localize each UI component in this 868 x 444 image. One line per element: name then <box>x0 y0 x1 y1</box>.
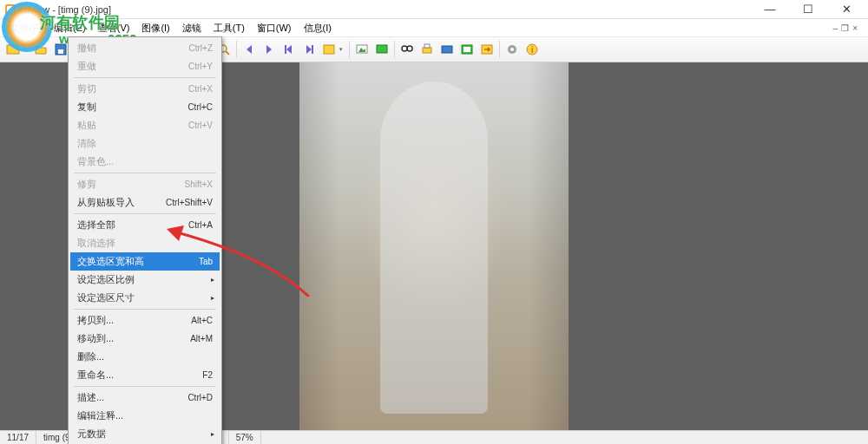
mdi-minimize-button[interactable]: – <box>833 23 838 33</box>
fullscreen-icon[interactable] <box>319 40 339 59</box>
menu-item-label: 拷贝到... <box>77 314 191 327</box>
menu-item-shortcut: Ctrl+V <box>188 121 213 130</box>
menu-item-25[interactable]: 元数据▸ <box>70 425 220 443</box>
svg-rect-32 <box>442 46 452 53</box>
window-title: XnView - [timg (9).jpg] <box>17 4 759 15</box>
menu-item-label: 清除 <box>77 137 213 150</box>
svg-rect-24 <box>312 45 313 54</box>
svg-rect-30 <box>423 48 431 53</box>
about-icon[interactable]: i <box>523 40 542 59</box>
menu-item-0: 撤销Ctrl+Z <box>70 39 220 57</box>
svg-rect-27 <box>377 45 387 53</box>
menu-tools[interactable]: 工具(T) <box>208 20 250 36</box>
menu-item-23[interactable]: 描述...Ctrl+D <box>70 388 220 407</box>
settings-icon[interactable] <box>503 40 522 59</box>
title-bar: XnView - [timg (9).jpg] — ☐ ✕ <box>0 0 868 19</box>
next-icon[interactable] <box>260 40 279 59</box>
mdi-restore-button[interactable]: ❐ <box>841 23 849 33</box>
minimize-button[interactable]: — <box>759 3 781 16</box>
chevron-right-icon: ▸ <box>211 430 214 438</box>
menu-separator <box>74 309 216 310</box>
close-button[interactable]: ✕ <box>835 3 858 16</box>
menu-item-label: 元数据 <box>77 428 213 441</box>
menu-item-shortcut: F2 <box>202 370 213 380</box>
menu-item-label: 选择全部 <box>77 219 188 232</box>
menu-item-9: 修剪Shift+X <box>70 175 220 193</box>
menu-separator <box>74 213 216 214</box>
menu-item-label: 重命名... <box>77 369 202 382</box>
menu-item-7: 背景色... <box>70 153 220 171</box>
first-icon[interactable] <box>279 40 299 59</box>
menu-item-label: 重做 <box>77 60 188 73</box>
menu-item-shortcut: Ctrl+Shift+V <box>166 198 213 207</box>
chevron-right-icon: ▸ <box>211 276 214 284</box>
displayed-image <box>299 62 569 430</box>
svg-point-37 <box>510 48 514 51</box>
menu-item-24[interactable]: 编辑注释... <box>70 407 220 425</box>
menu-item-5: 粘贴Ctrl+V <box>70 116 220 134</box>
menu-item-18[interactable]: 拷贝到...Alt+C <box>70 311 220 330</box>
svg-rect-4 <box>58 49 63 54</box>
menu-item-label: 粘贴 <box>77 119 188 132</box>
menu-item-16[interactable]: 设定选区尺寸▸ <box>70 289 220 307</box>
menu-item-shortcut: Ctrl+X <box>188 84 213 94</box>
menu-item-10[interactable]: 从剪贴板导入Ctrl+Shift+V <box>70 193 220 212</box>
menu-item-label: 撤销 <box>77 42 189 55</box>
fullscreen-dropdown[interactable]: ▾ <box>339 46 346 53</box>
menu-item-6: 清除 <box>70 134 220 153</box>
slideshow-new-icon[interactable] <box>372 40 391 59</box>
menu-item-14[interactable]: 交换选区宽和高Tab <box>70 252 220 271</box>
menu-item-label: 删除... <box>77 350 213 363</box>
menu-item-shortcut: Alt+C <box>191 316 213 325</box>
menu-item-label: 设定选区比例 <box>77 273 213 286</box>
menu-window[interactable]: 窗口(W) <box>252 20 297 36</box>
svg-text:i: i <box>531 45 533 55</box>
menu-item-label: 移动到... <box>77 332 190 345</box>
menu-filter[interactable]: 滤镜 <box>177 20 207 36</box>
menu-item-label: 剪切 <box>77 82 188 95</box>
menu-item-12[interactable]: 选择全部Ctrl+A <box>70 216 220 234</box>
find-icon[interactable] <box>398 40 417 59</box>
menu-item-20[interactable]: 删除... <box>70 348 220 366</box>
scan-icon[interactable] <box>437 40 457 59</box>
watermark-text: 河有软件园 <box>40 12 121 33</box>
edit-context-menu: 撤销Ctrl+Z重做Ctrl+Y剪切Ctrl+X复制Ctrl+C粘贴Ctrl+V… <box>68 36 222 444</box>
menu-item-19[interactable]: 移动到...Alt+M <box>70 330 220 348</box>
menu-item-label: 复制 <box>77 101 187 114</box>
menu-item-label: 背景色... <box>77 155 213 168</box>
slideshow-icon[interactable] <box>352 40 372 59</box>
menu-item-shortcut: Ctrl+Y <box>188 62 213 71</box>
convert-icon[interactable] <box>477 40 496 59</box>
svg-line-22 <box>226 51 229 55</box>
print-icon[interactable] <box>418 40 437 59</box>
menu-item-label: 设定选区尺寸 <box>77 291 213 304</box>
menu-item-4[interactable]: 复制Ctrl+C <box>70 98 220 116</box>
menu-separator <box>74 77 216 78</box>
menu-item-shortcut: Ctrl+C <box>187 102 213 112</box>
menu-item-label: 取消选择 <box>77 237 213 250</box>
menu-item-label: 修剪 <box>77 178 184 191</box>
chevron-right-icon: ▸ <box>211 294 214 302</box>
menu-separator <box>74 173 216 173</box>
menu-item-shortcut: Shift+X <box>184 180 213 189</box>
menu-item-13: 取消选择 <box>70 234 220 252</box>
menu-item-shortcut: Alt+M <box>190 334 213 343</box>
last-icon[interactable] <box>299 40 319 59</box>
status-index: 11/17 <box>0 431 36 444</box>
menu-item-shortcut: Tab <box>199 257 213 266</box>
menu-item-shortcut: Ctrl+D <box>187 393 213 402</box>
status-zoom: 57% <box>229 431 261 444</box>
menu-item-15[interactable]: 设定选区比例▸ <box>70 271 220 289</box>
menu-item-label: 描述... <box>77 391 187 404</box>
menu-item-21[interactable]: 重命名...F2 <box>70 366 220 384</box>
svg-rect-34 <box>464 47 470 52</box>
capture-icon[interactable] <box>457 40 477 59</box>
svg-rect-23 <box>285 45 286 54</box>
maximize-button[interactable]: ☐ <box>797 3 819 16</box>
menu-info[interactable]: 信息(I) <box>299 20 337 36</box>
svg-rect-31 <box>424 44 430 48</box>
svg-rect-25 <box>324 45 334 54</box>
prev-icon[interactable] <box>240 40 259 59</box>
mdi-close-button[interactable]: × <box>852 23 858 33</box>
menu-item-label: 编辑注释... <box>77 409 213 422</box>
